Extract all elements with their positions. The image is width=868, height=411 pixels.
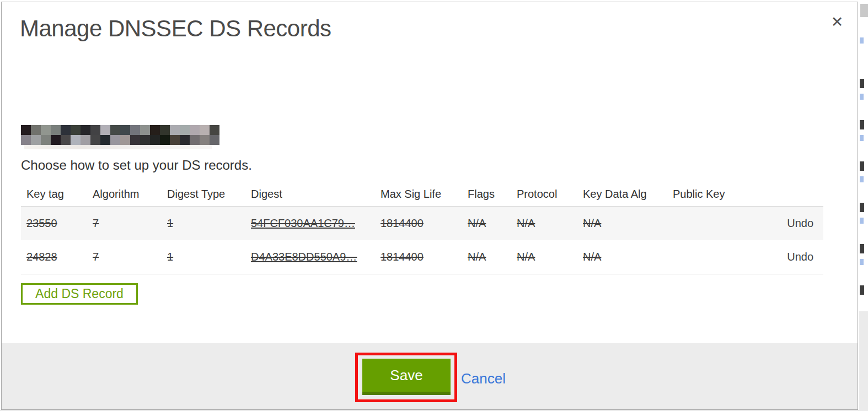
redaction-pixel	[100, 125, 110, 135]
background-fragment	[860, 176, 864, 182]
header-algorithm: Algorithm	[93, 182, 139, 206]
redaction-pixel	[81, 135, 90, 145]
undo-link[interactable]: Undo	[787, 240, 813, 274]
cell-key-tag: 23550	[26, 207, 57, 240]
domain-name-redacted-fringe	[24, 145, 212, 149]
cell-digest[interactable]: 54FCF030AA1C79…	[251, 207, 355, 240]
cell-digest[interactable]: D4A33E8DD550A9…	[251, 240, 357, 274]
redaction-pixel	[90, 125, 100, 135]
redaction-pixel	[210, 135, 219, 145]
background-fragment	[860, 285, 864, 295]
cell-algorithm: 7	[93, 240, 99, 274]
undo-link[interactable]: Undo	[787, 207, 813, 240]
redaction-pixel	[51, 125, 61, 135]
save-button[interactable]: Save	[362, 359, 451, 395]
table-row: 24828 7 1 D4A33E8DD550A9… 1814400 N/A N/…	[21, 240, 823, 274]
redaction-pixel	[130, 135, 140, 145]
redaction-pixel	[71, 125, 81, 135]
redaction-pixel	[150, 125, 160, 135]
cancel-link[interactable]: Cancel	[461, 370, 506, 387]
redaction-pixel	[190, 135, 200, 145]
ds-records-table: Key tag Algorithm Digest Type Digest Max…	[21, 182, 823, 274]
redaction-pixel	[41, 125, 51, 135]
modal-title: Manage DNSSEC DS Records	[20, 15, 331, 42]
background-fragment	[860, 79, 864, 88]
table-header-row: Key tag Algorithm Digest Type Digest Max…	[21, 182, 823, 206]
background-fragment	[860, 135, 864, 141]
screen: Manage DNSSEC DS Records ✕ Choose how to…	[0, 0, 868, 411]
background-fragment	[860, 203, 864, 212]
background-fragment	[860, 161, 864, 171]
redaction-pixel	[140, 125, 150, 135]
header-key-tag: Key tag	[26, 182, 64, 206]
redaction-pixel	[200, 125, 210, 135]
header-digest-type: Digest Type	[167, 182, 225, 206]
table-body: 23550 7 1 54FCF030AA1C79… 1814400 N/A N/…	[21, 206, 823, 274]
background-fragment	[860, 244, 864, 253]
background-fragment	[860, 4, 868, 17]
instruction-text: Choose how to set up your DS records.	[21, 158, 252, 173]
background-page-sliver	[859, 0, 868, 411]
redaction-pixel	[110, 135, 120, 145]
redaction-pixel	[200, 135, 210, 145]
cell-flags: N/A	[468, 207, 486, 240]
redaction-pixel	[160, 135, 170, 145]
redaction-pixel	[120, 125, 130, 135]
redaction-pixel	[110, 125, 120, 135]
redaction-pixel	[120, 135, 130, 145]
redaction-pixel	[41, 135, 51, 145]
cell-key-data-alg: N/A	[583, 240, 601, 274]
redaction-pixel	[21, 125, 31, 135]
redaction-pixel	[31, 135, 41, 145]
redaction-pixel	[90, 135, 100, 145]
header-digest: Digest	[251, 182, 282, 206]
background-fragment	[860, 259, 864, 265]
cell-key-data-alg: N/A	[583, 207, 601, 240]
redaction-pixel	[21, 135, 31, 145]
cell-algorithm: 7	[93, 207, 99, 240]
background-fragment	[860, 37, 864, 44]
redaction-pixel	[100, 135, 110, 145]
redaction-pixel	[71, 135, 81, 145]
background-fragment	[860, 94, 864, 100]
header-public-key: Public Key	[673, 182, 725, 206]
cell-key-tag: 24828	[26, 240, 57, 274]
cell-digest-type: 1	[167, 240, 173, 274]
header-key-data-alg: Key Data Alg	[583, 182, 647, 206]
header-max-sig-life: Max Sig Life	[381, 182, 441, 206]
redaction-pixel	[31, 125, 41, 135]
redaction-pixel	[170, 135, 180, 145]
domain-name-redacted	[21, 125, 219, 145]
background-fragment	[859, 311, 868, 411]
redaction-pixel	[51, 135, 61, 145]
redaction-pixel	[190, 125, 200, 135]
redaction-pixel	[170, 125, 180, 135]
cell-max-sig-life: 1814400	[381, 240, 424, 274]
redaction-pixel	[180, 125, 190, 135]
redaction-pixel	[150, 135, 160, 145]
add-ds-record-button[interactable]: Add DS Record	[21, 283, 138, 305]
redaction-pixel	[180, 135, 190, 145]
cell-digest-type: 1	[167, 207, 173, 240]
redaction-pixel	[210, 125, 219, 135]
close-icon[interactable]: ✕	[826, 11, 848, 33]
background-fragment	[860, 120, 864, 129]
cell-max-sig-life: 1814400	[381, 207, 424, 240]
background-fragment	[860, 218, 864, 224]
cell-flags: N/A	[468, 240, 486, 274]
cell-protocol: N/A	[517, 240, 535, 274]
redaction-pixel	[61, 135, 71, 145]
redaction-pixel	[61, 125, 71, 135]
redaction-pixel	[81, 125, 90, 135]
cell-protocol: N/A	[517, 207, 535, 240]
header-protocol: Protocol	[517, 182, 557, 206]
redaction-pixel	[160, 125, 170, 135]
redaction-pixel	[130, 125, 140, 135]
header-flags: Flags	[468, 182, 495, 206]
table-row: 23550 7 1 54FCF030AA1C79… 1814400 N/A N/…	[21, 207, 823, 240]
redaction-pixel	[140, 135, 150, 145]
